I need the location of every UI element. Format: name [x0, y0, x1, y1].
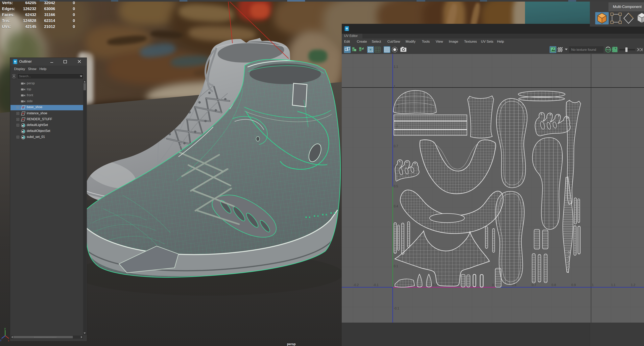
svg-text:1: 1	[394, 85, 396, 88]
svg-text:1.1: 1.1	[611, 283, 616, 287]
svg-text:x: x	[8, 339, 9, 342]
svg-text:RGB: RGB	[606, 48, 610, 51]
svg-text:0.9: 0.9	[572, 283, 576, 287]
svg-text:1.1: 1.1	[394, 65, 398, 68]
svg-text:No texture found: No texture found	[571, 48, 596, 52]
svg-text:-0.1: -0.1	[373, 283, 379, 287]
svg-text:y: y	[4, 327, 6, 330]
svg-text:M: M	[346, 27, 348, 30]
svg-text:AXA: AXA	[14, 63, 16, 64]
svg-text:-0.2: -0.2	[353, 283, 359, 287]
svg-text:z: z	[0, 339, 2, 342]
svg-text:0.8: 0.8	[552, 283, 556, 287]
svg-text:0.1: 0.1	[394, 264, 398, 268]
svg-text:0.7: 0.7	[532, 283, 536, 287]
svg-text:1: 1	[592, 283, 594, 287]
svg-text:0.4: 0.4	[394, 204, 398, 208]
svg-text:0.7: 0.7	[394, 144, 398, 148]
svg-text:1.2: 1.2	[631, 283, 635, 287]
svg-text:M: M	[14, 60, 16, 63]
svg-text:0.2: 0.2	[432, 283, 437, 287]
svg-text:0.5: 0.5	[394, 184, 398, 188]
svg-text:-0.1: -0.1	[394, 307, 399, 310]
svg-text:AXA: AXA	[346, 30, 348, 31]
